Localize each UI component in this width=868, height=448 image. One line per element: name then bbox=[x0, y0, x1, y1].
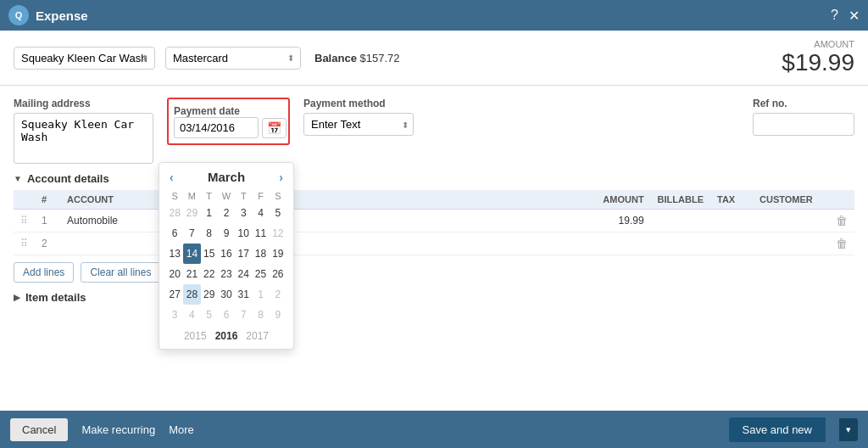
payment-method-select[interactable]: Enter Text bbox=[303, 113, 414, 136]
calendar-day[interactable]: 24 bbox=[235, 264, 252, 284]
row-account-2[interactable] bbox=[60, 232, 566, 255]
calendar-day[interactable]: 30 bbox=[218, 284, 235, 305]
drag-handle[interactable]: ⠿ bbox=[20, 215, 28, 227]
calendar-day[interactable]: 15 bbox=[201, 244, 218, 264]
calendar-day[interactable]: 4 bbox=[183, 305, 200, 325]
row-billable-1 bbox=[651, 210, 710, 232]
calendar-day[interactable]: 9 bbox=[218, 223, 235, 244]
payment-date-input[interactable] bbox=[174, 117, 259, 138]
col-billable: BILLABLE bbox=[651, 190, 710, 210]
account-details-toggle[interactable]: ▼ bbox=[14, 174, 22, 183]
col-tax: TAX bbox=[710, 190, 753, 210]
row-customer-1 bbox=[753, 210, 829, 232]
calendar-grid: S M T W T F S 28291234567891011121314151… bbox=[166, 189, 287, 325]
cal-header-wed: W bbox=[218, 189, 235, 203]
vendor-select[interactable]: Squeaky Kleen Car Wash bbox=[14, 47, 155, 70]
calendar-day[interactable]: 2 bbox=[218, 203, 235, 223]
calendar-prev-button[interactable]: ‹ bbox=[166, 171, 177, 184]
calendar-header: ‹ March › bbox=[166, 170, 287, 184]
calendar-day[interactable]: 31 bbox=[235, 284, 252, 305]
calendar-year-current[interactable]: 2016 bbox=[215, 330, 238, 342]
calendar-month-label: March bbox=[208, 170, 245, 184]
calendar-day[interactable]: 10 bbox=[235, 223, 252, 244]
calendar-day[interactable]: 28 bbox=[183, 284, 200, 305]
calendar-day[interactable]: 7 bbox=[183, 223, 200, 244]
row-delete-2[interactable]: 🗑 bbox=[836, 237, 848, 250]
calendar-dropdown: ‹ March › S M T W T F S 2829123456789101… bbox=[159, 162, 294, 350]
date-input-row: 📅 bbox=[174, 117, 283, 138]
calendar-day[interactable]: 20 bbox=[166, 264, 183, 284]
calendar-day[interactable]: 18 bbox=[252, 244, 269, 264]
cal-header-mon: M bbox=[183, 189, 200, 203]
mailing-address-label: Mailing address bbox=[14, 98, 153, 109]
payment-method-label: Payment method bbox=[303, 98, 414, 109]
calendar-day[interactable]: 4 bbox=[252, 203, 269, 223]
item-details-toggle[interactable]: ▶ bbox=[14, 293, 20, 302]
calendar-day[interactable]: 23 bbox=[218, 264, 235, 284]
help-icon[interactable]: ? bbox=[831, 8, 838, 23]
calendar-day[interactable]: 14 bbox=[183, 244, 200, 264]
calendar-day[interactable]: 29 bbox=[201, 284, 218, 305]
drag-handle-2[interactable]: ⠿ bbox=[20, 238, 28, 249]
calendar-day[interactable]: 25 bbox=[252, 264, 269, 284]
account-details-label: Account details bbox=[27, 172, 109, 185]
clear-all-button[interactable]: Clear all lines bbox=[81, 262, 160, 283]
payment-method-select-wrapper: Enter Text ⬍ bbox=[303, 113, 414, 136]
calendar-day[interactable]: 27 bbox=[166, 284, 183, 305]
col-num: # bbox=[35, 190, 60, 210]
calendar-day[interactable]: 8 bbox=[201, 223, 218, 244]
account-details-header: ▼ Account details bbox=[14, 172, 854, 185]
calendar-day[interactable]: 1 bbox=[201, 203, 218, 223]
title-bar: Q Expense ? ✕ bbox=[0, 0, 868, 31]
row-billable-2 bbox=[651, 232, 710, 255]
calendar-day[interactable]: 16 bbox=[218, 244, 235, 264]
more-button[interactable]: More bbox=[169, 423, 194, 436]
calendar-day[interactable]: 7 bbox=[235, 305, 252, 325]
calendar-day[interactable]: 22 bbox=[201, 264, 218, 284]
calendar-day[interactable]: 29 bbox=[183, 203, 200, 223]
cal-header-sun: S bbox=[166, 189, 183, 203]
close-icon[interactable]: ✕ bbox=[849, 8, 860, 24]
calendar-day[interactable]: 12 bbox=[270, 223, 287, 244]
payment-account-select[interactable]: Mastercard bbox=[165, 47, 301, 70]
item-details-label: Item details bbox=[25, 291, 86, 304]
save-new-arrow-button[interactable]: ▾ bbox=[839, 418, 858, 441]
calendar-day[interactable]: 11 bbox=[252, 223, 269, 244]
calendar-day[interactable]: 6 bbox=[166, 223, 183, 244]
calendar-year-prev[interactable]: 2015 bbox=[184, 330, 207, 342]
calendar-day[interactable]: 8 bbox=[252, 305, 269, 325]
calendar-day[interactable]: 26 bbox=[270, 264, 287, 284]
cancel-button[interactable]: Cancel bbox=[10, 418, 68, 441]
calendar-day[interactable]: 28 bbox=[166, 203, 183, 223]
col-action bbox=[829, 190, 854, 210]
payment-date-label: Payment date bbox=[174, 105, 240, 117]
cal-header-tue: T bbox=[201, 189, 218, 203]
calendar-day[interactable]: 2 bbox=[270, 284, 287, 305]
row-delete-1[interactable]: 🗑 bbox=[836, 214, 848, 227]
ref-no-group: Ref no. bbox=[753, 98, 854, 136]
mailing-address-input[interactable]: Squeaky Kleen Car Wash bbox=[14, 113, 153, 164]
row-account-1[interactable]: Automobile bbox=[60, 210, 566, 232]
calendar-next-button[interactable]: › bbox=[275, 171, 287, 184]
calendar-day[interactable]: 19 bbox=[270, 244, 287, 264]
add-lines-button[interactable]: Add lines bbox=[14, 262, 74, 283]
calendar-day[interactable]: 17 bbox=[235, 244, 252, 264]
calendar-day[interactable]: 21 bbox=[183, 264, 200, 284]
calendar-day[interactable]: 3 bbox=[235, 203, 252, 223]
calendar-day[interactable]: 6 bbox=[218, 305, 235, 325]
account-table: # ACCOUNT AMOUNT BILLABLE TAX CUSTOMER ⠿… bbox=[14, 190, 854, 255]
calendar-day[interactable]: 13 bbox=[166, 244, 183, 264]
table-row: ⠿ 2 🗑 bbox=[14, 232, 854, 255]
calendar-day[interactable]: 3 bbox=[166, 305, 183, 325]
calendar-day[interactable]: 5 bbox=[270, 203, 287, 223]
make-recurring-button[interactable]: Make recurring bbox=[81, 423, 155, 436]
row-amount-2 bbox=[566, 232, 651, 255]
calendar-toggle-button[interactable]: 📅 bbox=[262, 118, 287, 138]
row-tax-1 bbox=[710, 210, 753, 232]
calendar-day[interactable]: 1 bbox=[252, 284, 269, 305]
calendar-day[interactable]: 5 bbox=[201, 305, 218, 325]
calendar-year-next[interactable]: 2017 bbox=[246, 330, 269, 342]
calendar-day[interactable]: 9 bbox=[270, 305, 287, 325]
ref-no-input[interactable] bbox=[753, 113, 854, 136]
save-new-button[interactable]: Save and new bbox=[729, 417, 826, 442]
